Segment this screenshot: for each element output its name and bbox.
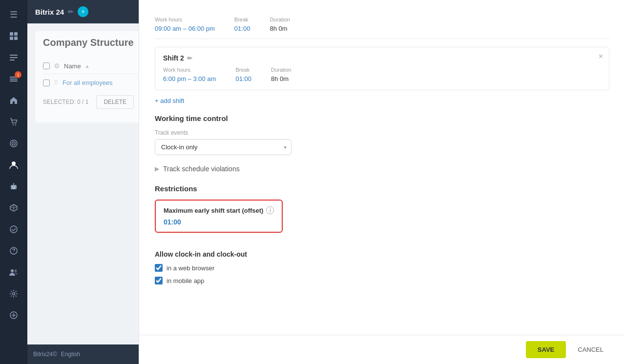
check-circle-icon[interactable]	[4, 220, 23, 239]
shift2-break: Break 01:00	[235, 67, 251, 83]
work-hours-label-1: Work hours	[155, 17, 215, 22]
svg-point-23	[13, 253, 14, 254]
bitrix-copyright: Bitrix24©	[33, 351, 57, 358]
drag-icon: ⠿	[54, 79, 59, 86]
track-events-select[interactable]: Clock-in only Clock-in and clock-out Ful…	[155, 139, 292, 155]
home-icon[interactable]	[4, 91, 23, 110]
svg-point-11	[15, 124, 16, 125]
panel-footer: SAVE CANCEL	[139, 335, 625, 364]
gear-icon[interactable]	[4, 284, 23, 303]
shift1-work-hours: Work hours 09:00 am – 06:00 pm	[155, 17, 215, 33]
contact-icon[interactable]	[4, 155, 23, 175]
sidebar: ☰ 1	[0, 0, 27, 364]
robot-icon[interactable]	[4, 177, 23, 196]
web-browser-label: in a web browser	[167, 264, 214, 272]
app-title: Bitrix 24	[35, 8, 64, 16]
duration-label-1: Duration	[270, 17, 290, 22]
notification-badge: 1	[15, 71, 21, 78]
work-hours-value-2: 6:00 pm – 3:00 am	[163, 75, 216, 82]
shift2-info-row: Work hours 6:00 pm – 3:00 am Break 01:00…	[163, 67, 601, 83]
cart-icon[interactable]	[4, 112, 23, 132]
svg-point-14	[13, 143, 14, 144]
svg-point-10	[13, 124, 14, 125]
row-label[interactable]: For all employees	[62, 79, 113, 86]
chevron-right-icon: ▶	[155, 165, 159, 172]
mobile-app-label: in mobile app	[167, 277, 204, 284]
break-value-1: 01:00	[234, 25, 250, 32]
save-button[interactable]: SAVE	[526, 341, 566, 358]
info-icon[interactable]: i	[266, 206, 274, 214]
svg-rect-9	[10, 81, 18, 81]
break-label-1: Break	[234, 17, 250, 22]
add-shift-link[interactable]: + add shift	[155, 97, 184, 104]
shift2-duration: Duration 8h 0m	[271, 67, 292, 83]
target-icon[interactable]	[4, 134, 23, 153]
svg-rect-2	[10, 37, 13, 40]
duration-value-2: 8h 0m	[271, 75, 289, 82]
svg-rect-3	[14, 37, 18, 40]
language-selector[interactable]: English	[61, 351, 80, 358]
max-early-label: Maximum early shift start (offset) i	[164, 206, 274, 214]
max-early-value: 01:00	[164, 218, 274, 226]
cancel-button[interactable]: CANCEL	[572, 341, 609, 358]
work-hours-label-2: Work hours	[163, 67, 216, 73]
svg-rect-4	[10, 55, 18, 56]
top-shift-row: Work hours 09:00 am – 06:00 pm Break 01:…	[155, 10, 609, 39]
working-time-title: Working time control	[155, 114, 609, 122]
shift1-duration: Duration 8h 0m	[270, 17, 290, 33]
menu-icon[interactable]: ☰	[4, 5, 23, 24]
work-hours-value-1: 09:00 am – 06:00 pm	[155, 25, 215, 32]
plus-circle-icon[interactable]	[4, 305, 23, 325]
web-browser-checkbox[interactable]	[155, 264, 163, 272]
people-icon[interactable]	[4, 263, 23, 282]
panel: Work hours 09:00 am – 06:00 pm Break 01:…	[139, 0, 625, 364]
svg-rect-17	[12, 186, 13, 187]
svg-point-24	[11, 269, 14, 272]
max-early-box[interactable]: Maximum early shift start (offset) i 01:…	[155, 200, 283, 233]
mobile-app-row: in mobile app	[155, 277, 609, 284]
svg-point-20	[13, 183, 14, 184]
duration-label-2: Duration	[271, 67, 292, 73]
main-area: Bitrix 24 ✏ × Company Structure ⚙ Name ▲…	[27, 0, 625, 364]
break-value-2: 01:00	[235, 75, 251, 82]
dashboard-icon[interactable]	[4, 26, 23, 46]
allow-clock-title: Allow clock-in and clock-out	[155, 250, 609, 258]
restrictions-section: Restrictions Maximum early shift start (…	[155, 184, 609, 241]
allow-clock-section: Allow clock-in and clock-out in a web br…	[155, 250, 609, 284]
cube-icon[interactable]	[4, 198, 23, 218]
restrictions-title: Restrictions	[155, 184, 609, 193]
shift2-work-hours: Work hours 6:00 pm – 3:00 am	[163, 67, 216, 83]
selected-count: SELECTED: 0 / 1	[43, 99, 88, 105]
shift2-edit-icon[interactable]: ✏	[187, 55, 192, 62]
svg-point-21	[10, 226, 17, 233]
tasks-icon[interactable]	[4, 48, 23, 67]
web-browser-row: in a web browser	[155, 264, 609, 272]
shift2-title: Shift 2 ✏	[163, 54, 601, 62]
sort-icon[interactable]: ▲	[85, 63, 90, 69]
svg-rect-5	[10, 57, 18, 58]
shift1-break: Break 01:00	[234, 17, 250, 33]
panel-body: Work hours 09:00 am – 06:00 pm Break 01:…	[139, 0, 625, 335]
svg-point-25	[15, 270, 17, 272]
track-violations-label: Track schedule violations	[163, 165, 240, 173]
mobile-app-checkbox[interactable]	[155, 277, 163, 284]
svg-rect-8	[10, 79, 18, 80]
svg-point-15	[12, 162, 16, 165]
svg-rect-16	[11, 185, 17, 189]
track-violations-row[interactable]: ▶ Track schedule violations	[155, 165, 609, 173]
close-button[interactable]: ×	[78, 6, 88, 17]
delete-button[interactable]: DELETE	[96, 95, 134, 109]
svg-rect-6	[10, 60, 15, 61]
question-icon[interactable]	[4, 241, 23, 261]
notification-icon[interactable]: 1	[4, 69, 23, 89]
track-events-label: Track events	[155, 129, 609, 136]
duration-value-1: 8h 0m	[270, 25, 287, 32]
select-all-checkbox[interactable]	[43, 62, 50, 69]
gear-settings-icon[interactable]: ⚙	[54, 62, 60, 70]
shift2-card: × Shift 2 ✏ Work hours 6:00 pm – 3:00 am…	[155, 47, 609, 90]
track-events-select-wrapper: Clock-in only Clock-in and clock-out Ful…	[155, 139, 292, 155]
svg-rect-0	[10, 32, 13, 36]
shift2-close-button[interactable]: ×	[599, 52, 603, 61]
row-checkbox[interactable]	[43, 80, 50, 86]
svg-rect-18	[14, 186, 15, 187]
